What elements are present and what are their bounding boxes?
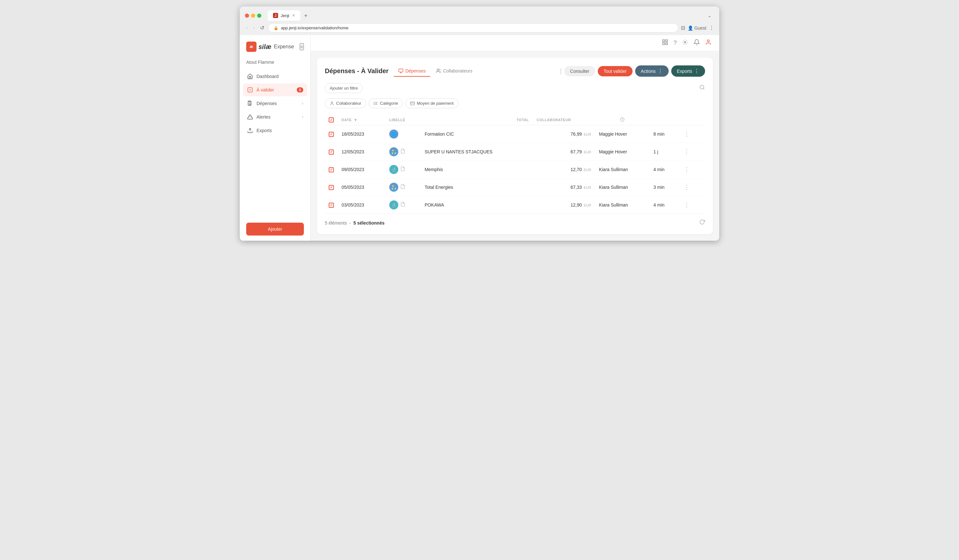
row-time-2: 4 min — [650, 161, 677, 178]
row-checkbox-1[interactable] — [329, 150, 334, 155]
svg-rect-7 — [663, 40, 664, 42]
row-date-2: 09/05/2023 — [338, 161, 386, 178]
export-icon — [247, 127, 253, 134]
time-header — [595, 115, 650, 125]
row-amount-2: 12,70 EUR — [533, 161, 595, 178]
date-sort-icon: ▼ — [354, 118, 357, 122]
elements-count: 5 éléments - 5 sélectionnés — [325, 220, 384, 226]
svg-point-16 — [437, 69, 438, 70]
row-checkbox-3[interactable] — [329, 185, 334, 190]
row-time-4: 4 min — [650, 196, 677, 214]
active-tab[interactable]: J Jenji ✕ — [268, 10, 300, 21]
row-amount-3: 67,33 EUR — [533, 178, 595, 196]
sidebar-footer: Ajouter — [240, 218, 310, 241]
sidebar-item-alertes[interactable]: Alertes › — [243, 111, 307, 123]
svg-rect-26 — [411, 102, 415, 105]
browser-user-button[interactable]: 👤 Guest — [688, 25, 706, 30]
add-filter-button[interactable]: Ajouter un filtre — [325, 83, 363, 93]
content-card: Dépenses - À Valider Dépenses — [317, 58, 713, 234]
collaborateur-filter[interactable]: Collaborateur — [325, 98, 366, 108]
row-date-4: 03/05/2023 — [338, 196, 386, 214]
row-menu-1[interactable]: ⋮ — [681, 147, 692, 157]
forward-button[interactable]: › — [252, 24, 256, 32]
sidebar-item-depenses-label: Dépenses — [256, 101, 277, 106]
tab-favicon: J — [273, 13, 278, 18]
row-menu-4[interactable]: ⋮ — [681, 200, 692, 210]
sidebar-item-depenses[interactable]: Dépenses › — [243, 97, 307, 110]
refresh-icon[interactable] — [699, 219, 705, 226]
sidebar-item-dashboard-label: Dashboard — [256, 74, 279, 79]
search-icon[interactable] — [699, 84, 705, 92]
tout-valider-button[interactable]: Tout valider — [598, 66, 632, 76]
consulter-button[interactable]: Consulter — [564, 66, 595, 76]
sidebar: æ silæ Expense « Atout Flamme — [240, 35, 311, 241]
row-icons-2: 🍴 — [386, 161, 421, 178]
moyen-paiement-filter[interactable]: Moyen de paiement — [405, 98, 458, 108]
logo: æ silæ Expense — [246, 41, 294, 52]
row-time-0: 8 min — [650, 125, 677, 143]
row-icons-0: 🌐 — [386, 125, 421, 143]
settings-icon[interactable] — [682, 39, 688, 47]
refresh-browser-button[interactable]: ↺ — [259, 24, 266, 32]
clock-header-icon — [620, 119, 624, 123]
filter-row2: Collaborateur Catégorie — [325, 98, 705, 108]
select-all-checkbox[interactable] — [329, 117, 334, 123]
collaborateur-filter-label: Collaborateur — [336, 101, 361, 106]
row-checkbox-4[interactable] — [329, 203, 334, 208]
doc-icon-1 — [400, 148, 405, 155]
tab-collaborateurs-label: Collaborateurs — [443, 68, 472, 73]
row-menu-0[interactable]: ⋮ — [681, 129, 692, 139]
svg-point-17 — [700, 85, 704, 89]
actions-button[interactable]: Actions ⋮ — [635, 65, 669, 77]
row-time-3: 3 min — [650, 178, 677, 196]
add-filter-label: Ajouter un filtre — [330, 86, 358, 91]
tab-close-button[interactable]: ✕ — [292, 13, 295, 18]
sidebar-collapse-button[interactable]: « — [300, 43, 304, 50]
sidebar-header: æ silæ Expense « — [240, 35, 310, 57]
sidebar-item-a-valider[interactable]: À valider 5 — [243, 83, 307, 96]
tab-collaborateurs[interactable]: Collaborateurs — [432, 66, 477, 77]
actions-more-icon: ⋮ — [658, 68, 663, 74]
window-expand-button[interactable]: ⌄ — [705, 11, 714, 19]
exports-label: Exports — [677, 68, 692, 74]
exports-button[interactable]: Exports ⋮ — [671, 65, 705, 77]
svg-rect-9 — [663, 43, 664, 45]
user-profile-icon[interactable] — [705, 39, 712, 47]
layout-icon[interactable] — [662, 39, 668, 47]
table-row: 05/05/2023 🏪 Total Energies 67,33 EUR Ki… — [325, 178, 705, 196]
svg-point-11 — [685, 41, 686, 43]
browser-menu-button[interactable]: ⋮ — [709, 25, 714, 31]
back-button[interactable]: ‹ — [245, 24, 249, 32]
org-name: Atout Flamme — [240, 57, 310, 70]
date-header: DATE ▼ — [338, 115, 386, 125]
minimize-button[interactable] — [251, 14, 255, 18]
maximize-button[interactable] — [257, 14, 261, 18]
sidebar-item-exports[interactable]: Exports — [243, 124, 307, 137]
row-checkbox-0[interactable] — [329, 132, 334, 137]
row-amount-4: 12,90 EUR — [533, 196, 595, 214]
row-checkbox-2[interactable] — [329, 167, 334, 172]
categorie-filter[interactable]: Catégorie — [369, 98, 403, 108]
row-amount-0: 76,99 EUR — [533, 125, 595, 143]
help-icon[interactable]: ? — [674, 40, 677, 46]
address-bar[interactable]: 🔒 app.jenji.io/expense/validation/home — [268, 23, 678, 33]
warning-icon — [247, 114, 253, 120]
row-collaborateur-4: Kiara Sulliman — [595, 196, 650, 214]
row-collaborateur-1: Maggie Hover — [595, 143, 650, 161]
main-content: Dépenses - À Valider Dépenses — [311, 51, 719, 241]
sidebar-toggle-button[interactable]: ⊟ — [681, 25, 685, 31]
svg-point-12 — [707, 40, 710, 42]
row-label-2: Memphis — [421, 161, 533, 178]
close-button[interactable] — [245, 14, 249, 18]
new-tab-button[interactable]: + — [302, 11, 310, 21]
row-menu-2[interactable]: ⋮ — [681, 165, 692, 174]
tab-title: Jenji — [281, 13, 289, 18]
app-window: æ silæ Expense « Atout Flamme — [240, 35, 719, 241]
table-row: 09/05/2023 🍴 Memphis 12,70 EUR Kiara Sul… — [325, 161, 705, 178]
bell-icon[interactable] — [693, 39, 700, 47]
row-amount-1: 67,79 EUR — [533, 143, 595, 161]
sidebar-item-dashboard[interactable]: Dashboard — [243, 70, 307, 83]
row-menu-3[interactable]: ⋮ — [681, 182, 692, 192]
add-button[interactable]: Ajouter — [246, 223, 304, 235]
tab-depenses[interactable]: Dépenses — [394, 66, 430, 77]
